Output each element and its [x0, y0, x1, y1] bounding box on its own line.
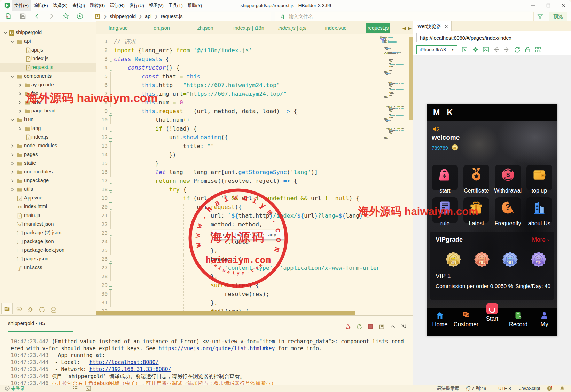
close-tab-icon[interactable] — [445, 25, 448, 28]
line-number[interactable]: 14 — [96, 150, 108, 159]
outline-list-icon[interactable] — [73, 386, 78, 391]
tree-item-package.json[interactable]: [ ]package.json — [0, 237, 96, 246]
breadcrumb-item-file[interactable]: request.js — [161, 14, 183, 19]
forward-button[interactable] — [48, 13, 55, 20]
line-number[interactable]: 23 — [96, 229, 108, 237]
sidebar-tab-web[interactable] — [48, 304, 58, 314]
grid-tile-Frequently[interactable]: ?Frequently — [495, 197, 521, 223]
tree-item-uni.scss[interactable]: ʃuni.scss — [0, 264, 96, 272]
announcement-speaker-icon[interactable] — [432, 125, 440, 133]
chevron-right-icon[interactable] — [10, 152, 15, 157]
line-number[interactable]: 25 — [96, 246, 108, 255]
browser-refresh-icon[interactable] — [514, 46, 521, 53]
editor-tab-index.vue[interactable]: index.vue — [314, 21, 358, 34]
back-button[interactable] — [33, 13, 41, 20]
chevron-right-icon[interactable] — [10, 178, 15, 183]
line-number[interactable]: 29 — [96, 281, 108, 290]
fold-marker-icon[interactable] — [109, 196, 112, 200]
console-link[interactable]: https://vuejs.org/guide/list.html#key — [158, 345, 275, 352]
editor-tab-request.js[interactable]: request.js — [364, 21, 392, 34]
chevron-down-icon[interactable] — [10, 39, 15, 44]
tree-item-pages.json[interactable]: [ ]pages.json — [0, 255, 96, 264]
chevron-right-icon[interactable] — [18, 126, 23, 131]
grid-tile-about Us[interactable]: about Us — [526, 197, 552, 223]
line-number[interactable]: 21 — [96, 211, 108, 220]
vip-more-link[interactable]: More › — [532, 236, 549, 243]
tree-item-unpackage[interactable]: unpackage — [0, 177, 96, 185]
line-number[interactable]: 10 — [96, 116, 108, 124]
line-number[interactable]: 13 — [96, 142, 108, 150]
line-number[interactable]: 27 — [96, 264, 108, 272]
line-number[interactable]: 20 — [96, 203, 108, 211]
login-status[interactable]: 未登录 — [5, 385, 25, 392]
line-number[interactable]: 24 — [96, 237, 108, 246]
chevron-down-icon[interactable] — [10, 74, 15, 79]
fold-marker-icon[interactable] — [109, 188, 112, 191]
device-selector[interactable]: iPhone 6/7/8 ▼ — [416, 45, 457, 54]
line-number[interactable]: 15 — [96, 159, 108, 168]
preview-button[interactable]: 预览 — [549, 12, 567, 21]
menu-视图(V)[interactable]: 视图(V) — [147, 0, 166, 11]
line-number[interactable]: 6 — [96, 81, 108, 89]
line-number[interactable]: 19 — [96, 194, 108, 203]
tree-item-api.js[interactable]: Japi.js — [0, 46, 96, 55]
editor-tab-index.js | i18n[interactable]: index.js | i18n — [227, 21, 271, 34]
line-number[interactable]: 26 — [96, 255, 108, 264]
save-button[interactable] — [19, 13, 26, 20]
nav-item-Home[interactable]: Home — [427, 311, 453, 328]
sidebar-tab-debug[interactable] — [25, 304, 36, 314]
account-number[interactable]: 789789 — [432, 145, 448, 151]
clear-console-icon[interactable] — [401, 323, 407, 330]
line-number[interactable]: 16 — [96, 168, 108, 177]
tree-item-index.js[interactable]: Jindex.js — [0, 133, 96, 142]
chevron-right-icon[interactable] — [18, 91, 23, 96]
nav-item-My[interactable]: My — [531, 311, 557, 328]
sidebar-tab-refresh[interactable] — [37, 304, 47, 314]
tree-item-static[interactable]: static — [0, 159, 96, 168]
tree-item-package (2).json[interactable]: [ ]package (2).json — [0, 229, 96, 237]
tree-item-request.js[interactable]: Jrequest.js — [0, 63, 96, 72]
open-external-icon[interactable] — [461, 46, 468, 53]
stop-icon[interactable] — [367, 323, 374, 330]
unlock-icon[interactable] — [524, 46, 531, 53]
breadcrumb-item-folder[interactable]: api — [145, 14, 151, 19]
tree-item-lang[interactable]: lang — [0, 124, 96, 133]
collapse-panel-icon[interactable] — [390, 323, 396, 330]
tree-item-main.js[interactable]: Jmain.js — [0, 211, 96, 220]
tree-item-index.html[interactable]: <>index.html — [0, 203, 96, 211]
new-file-button[interactable] — [5, 13, 12, 20]
nav-item-Record[interactable]: Record — [505, 311, 531, 328]
tab-scroll-right-icon[interactable]: ▶ — [408, 25, 412, 31]
chevron-right-icon[interactable] — [18, 100, 23, 105]
file-search-input[interactable] — [289, 14, 511, 19]
chevron-down-icon[interactable] — [3, 30, 8, 35]
breadcrumb-item-project[interactable]: shippergold — [110, 14, 136, 19]
tree-item-ay-qrcode[interactable]: ay-qrcode — [0, 81, 96, 89]
menu-选择(S)[interactable]: 选择(S) — [50, 0, 70, 11]
chevron-right-icon[interactable] — [18, 83, 23, 87]
menu-帮助(Y)[interactable]: 帮助(Y) — [185, 0, 205, 11]
chevron-right-icon[interactable] — [10, 143, 15, 148]
line-number[interactable]: 18 — [96, 185, 108, 194]
editor-tab-lang.vue[interactable]: lang.vue — [96, 21, 140, 34]
chevron-right-icon[interactable] — [10, 187, 15, 192]
line-number[interactable]: 12 — [96, 133, 108, 142]
line-number[interactable]: 22 — [96, 220, 108, 229]
tree-item-utils[interactable]: utils — [0, 185, 96, 194]
tree-item-i18n[interactable]: i18n — [0, 116, 96, 124]
tree-item-pages[interactable]: pages — [0, 150, 96, 159]
line-number[interactable]: 2 — [96, 46, 108, 55]
tree-item-node_modules[interactable]: node_modules — [0, 142, 96, 150]
bookmark-star-button[interactable] — [62, 13, 69, 20]
line-number[interactable]: 31 — [96, 298, 108, 307]
nav-start-icon[interactable] — [486, 303, 498, 314]
syntax-lib-status[interactable]: 语法提示库 — [437, 385, 459, 392]
notification-bell-icon[interactable] — [560, 386, 565, 391]
fold-marker-icon[interactable] — [109, 179, 112, 182]
line-number[interactable]: 11 — [96, 124, 108, 133]
menu-工具(T)[interactable]: 工具(T) — [166, 0, 185, 11]
qr-code-icon[interactable] — [535, 46, 541, 53]
sidebar-tab-files[interactable] — [1, 303, 13, 314]
browser-forward-icon[interactable] — [503, 46, 510, 53]
open-in-window-icon[interactable] — [378, 323, 385, 330]
